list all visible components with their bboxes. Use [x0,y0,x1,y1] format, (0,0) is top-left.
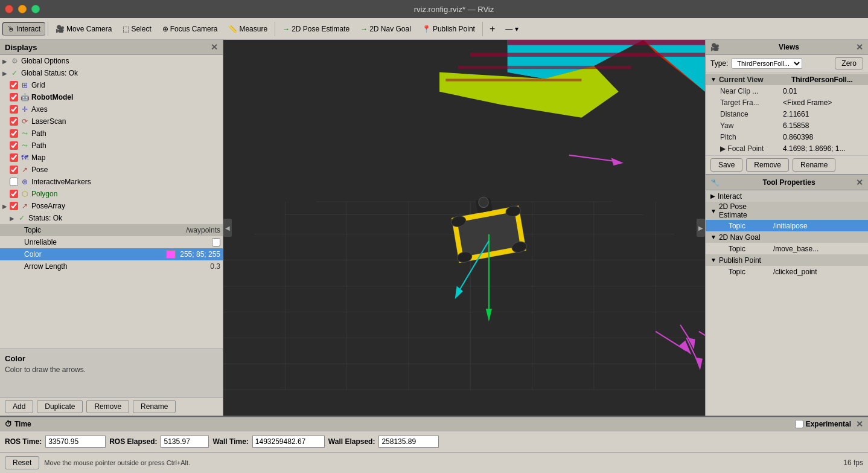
tree-item-global-status[interactable]: ▶ ✓ Global Status: Ok [0,67,223,79]
tree-item-global-options[interactable]: ▶ ⚙ Global Options [0,55,223,67]
type-label: Type: [710,59,728,68]
prop-key: Topic [24,226,183,234]
publish-point-button[interactable]: 📍 Publish Point [417,22,480,36]
map-checkbox[interactable] [10,153,18,162]
remove-button[interactable]: Remove [86,400,129,413]
measure-button[interactable]: 📏 Measure [223,22,272,36]
tree-item-robotmodel[interactable]: ▶ 🤖 RobotModel [0,91,223,103]
view-right-arrow[interactable]: ▶ [697,219,705,237]
axes-checkbox[interactable] [10,105,18,114]
cv-key: Distance [710,110,783,118]
tool-props-close[interactable]: ✕ [856,178,863,187]
tree-item-posearray[interactable]: ▶ ↗ PoseArray [0,200,223,212]
tree-item-polygon[interactable]: ▶ ⬡ Polygon [0,188,223,200]
tree-item-unreliable[interactable]: ▶ Unreliable [0,236,223,248]
tp-nav-topic[interactable]: ▼ Topic /move_base... [706,243,868,254]
time-close[interactable]: ✕ [856,419,863,429]
pose-checkbox[interactable] [10,166,18,174]
map-icon: 🗺 [20,153,30,162]
tp-pose-topic[interactable]: ▼ Topic /initialpose [706,220,868,231]
view-left-arrow[interactable]: ◀ [223,219,232,237]
duplicate-button[interactable]: Duplicate [37,400,83,413]
cv-expand-arrow: ▼ [710,76,716,83]
pose-estimate-button[interactable]: → 2D Pose Estimate [278,22,354,36]
laser-icon: ⟳ [20,117,30,126]
check-icon: ✓ [10,68,19,78]
ros-elapsed-input[interactable]: 5135.97 [161,436,209,448]
cv-key: Yaw [710,121,783,130]
grid-icon: ⊞ [20,80,30,90]
window-title: rviz.ronfig.rviz* — RViz [45,5,863,14]
tp-pose-estimate[interactable]: ▼ 2D Pose Estimate [706,202,868,220]
tree-item-posearray-status[interactable]: ▶ ✓ Status: Ok [0,212,223,224]
tool-props-header: 🔧 Tool Properties ✕ [706,175,868,190]
tree-item-arrow-length[interactable]: ▶ Arrow Length 0.3 [0,260,223,272]
interact-button[interactable]: 🖱 Interact [2,22,45,36]
tree-item-map[interactable]: ▶ 🗺 Map [0,152,223,164]
minimize-button[interactable] [18,5,27,13]
imarkers-checkbox[interactable] [10,178,18,186]
cv-header-row[interactable]: ▼ Current View ThirdPersonFoll... [706,74,868,85]
tree-item-pose[interactable]: ▶ ↗ Pose [0,164,223,176]
nav-goal-button[interactable]: → 2D Nav Goal [356,22,416,36]
time-title: Time [14,420,31,428]
reset-button[interactable]: Reset [5,456,39,469]
posearray-checkbox[interactable] [10,202,18,210]
zero-button[interactable]: Zero [835,57,863,69]
unreliable-checkbox[interactable] [212,238,220,246]
robotmodel-checkbox[interactable] [10,93,18,101]
tp-publish-topic[interactable]: ▼ Topic /clicked_point [706,266,868,277]
rename-view-button[interactable]: Rename [793,158,835,172]
tree-item-path-1[interactable]: ▶ ⤳ Path [0,127,223,140]
tree-item-topic[interactable]: ▶ Topic /waypoints [0,224,223,236]
views-header: 🎥 Views ✕ [706,40,868,55]
more-button[interactable]: — ▾ [500,22,523,36]
wall-time-label: Wall Time: [212,437,248,446]
time-fields: ROS Time: 33570.95 ROS Elapsed: 5135.97 … [0,431,868,452]
views-close[interactable]: ✕ [856,42,863,52]
type-select[interactable]: ThirdPersonFoll... [732,58,802,69]
maximize-button[interactable] [31,5,40,13]
wall-time-input[interactable]: 1493259482.67 [252,436,325,448]
toolbar-separator [48,22,48,36]
tree-item-grid[interactable]: ▶ ⊞ Grid [0,79,223,91]
views-title-icon: 🎥 [710,43,720,51]
grid-checkbox[interactable] [10,81,18,89]
ros-time-input[interactable]: 33570.95 [45,436,106,448]
prop-key: Arrow Length [24,262,208,271]
tp-publish-point[interactable]: ▼ Publish Point [706,254,868,266]
add-display-button[interactable]: + [485,22,499,36]
experimental-checkbox[interactable] [795,420,803,428]
tp-expand-icon: ▼ [710,257,716,263]
save-view-button[interactable]: Save [710,158,742,172]
path1-checkbox[interactable] [10,129,18,138]
focus-camera-button[interactable]: ⊕ Focus Camera [158,22,223,36]
close-button[interactable] [5,5,13,13]
item-label: Path [31,141,220,150]
interact-icon: 🖱 [7,25,14,33]
move-camera-button[interactable]: 🎥 Move Camera [51,22,116,36]
tree-item-path-2[interactable]: ▶ ⤳ Path [0,140,223,152]
item-label: Map [31,153,220,162]
remove-view-button[interactable]: Remove [746,158,789,172]
displays-tree: ▶ ⚙ Global Options ▶ ✓ Global Status: Ok… [0,55,223,349]
tree-item-laserscan[interactable]: ▶ ⟳ LaserScan [0,115,223,127]
displays-close[interactable]: ✕ [211,42,218,52]
select-button[interactable]: ⬚ Select [118,22,156,36]
tree-item-interactive-markers[interactable]: ▶ ⊛ InteractiveMarkers [0,176,223,188]
tp-interact[interactable]: ▶ Interact [706,190,868,202]
rename-button[interactable]: Rename [133,400,176,413]
laserscan-checkbox[interactable] [10,117,18,126]
tree-item-axes[interactable]: ▶ ✛ Axes [0,103,223,115]
pose-icon: → [282,25,290,33]
tp-nav-goal[interactable]: ▼ 2D Nav Goal [706,231,868,243]
item-label: Pose [31,166,220,174]
3d-view[interactable]: ◀ ▶ [223,40,705,416]
polygon-checkbox[interactable] [10,190,18,198]
color-value: 255; 85; 255 [180,250,220,259]
path2-checkbox[interactable] [10,141,18,150]
tp-label: 2D Nav Goal [719,233,773,242]
tree-item-color[interactable]: ▶ Color 255; 85; 255 [0,248,223,260]
wall-elapsed-input[interactable]: 258135.89 [378,436,439,448]
add-button[interactable]: Add [5,400,33,413]
